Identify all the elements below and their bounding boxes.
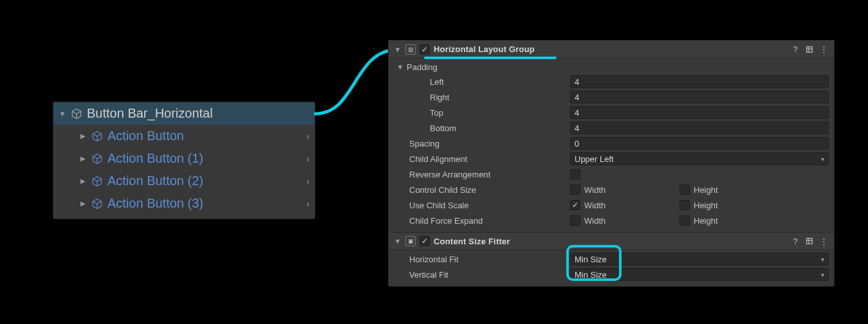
prop-label: Reverse Arrangement [394,170,565,179]
help-icon[interactable]: ? [790,236,800,246]
scale-height-checkbox[interactable] [679,200,690,210]
prop-label: Spacing [394,139,565,148]
prop-label: Use Child Scale [394,201,565,210]
padding-left-field[interactable]: 4 [570,75,829,88]
chevron-right-icon[interactable]: › [306,176,309,186]
prefab-icon [91,152,104,165]
control-width-checkbox[interactable] [570,184,580,195]
horizontal-fit-dropdown[interactable]: Min Size [570,253,829,266]
padding-top-field[interactable]: 4 [570,106,829,119]
component-enabled-checkbox[interactable] [420,44,430,55]
gameobject-icon [70,107,83,120]
prop-child-alignment: Child Alignment Upper Left [394,151,829,166]
inspector-panel: ▥ Horizontal Layout Group ? ⋮ Padding Le… [388,40,835,287]
reverse-arrangement-checkbox[interactable] [570,169,580,179]
prop-use-child-scale: Use Child Scale Width Height [394,197,829,213]
padding-label: Padding [407,62,438,72]
component-header-hlg[interactable]: ▥ Horizontal Layout Group ? ⋮ [389,40,834,59]
prop-reverse-arrangement: Reverse Arrangement [394,166,829,182]
foldout-icon[interactable] [394,237,402,245]
hierarchy-row-child[interactable]: Action Button (3) › [53,192,315,215]
checkbox-label: Width [584,185,605,195]
prop-label: Horizontal Fit [394,255,565,264]
prop-padding-top: Top 4 [394,105,829,120]
component-header-csf[interactable]: ▣ Content Size Fitter ? ⋮ [389,232,834,250]
prop-control-child-size: Control Child Size Width Height [394,182,829,197]
child-alignment-dropdown[interactable]: Upper Left [570,152,829,165]
foldout-icon[interactable] [396,63,404,71]
preset-icon[interactable] [804,236,815,246]
hierarchy-row-child[interactable]: Action Button › [53,125,315,147]
control-height-checkbox[interactable] [679,184,690,195]
component-title: Horizontal Layout Group [434,44,535,54]
prop-padding-bottom: Bottom 4 [394,120,829,136]
hierarchy-item-label: Action Button (2) [107,174,203,188]
padding-foldout[interactable]: Padding [396,60,829,74]
prop-padding-left: Left 4 [394,74,829,89]
prop-label: Top [394,108,565,118]
hierarchy-panel: Button Bar_Horizontal Action Button › Ac… [53,102,315,219]
hierarchy-item-label: Action Button [107,129,184,143]
prefab-icon [91,130,104,143]
checkbox-label: Height [694,216,718,226]
prop-label: Bottom [394,123,565,133]
prop-vertical-fit: Vertical Fit Min Size [394,267,829,282]
prop-label: Left [394,77,565,87]
annotation-underline [424,57,557,59]
use-child-scale-group: Width Height [570,200,829,210]
checkbox-label: Width [584,216,605,226]
preset-icon[interactable] [804,44,815,55]
chevron-right-icon[interactable]: › [306,199,309,209]
hierarchy-row-child[interactable]: Action Button (2) › [53,170,315,192]
force-height-checkbox[interactable] [679,215,690,226]
hierarchy-item-label: Button Bar_Horizontal [87,106,213,121]
component-title: Content Size Fitter [434,237,510,246]
kebab-icon[interactable]: ⋮ [818,236,829,246]
content-size-fitter-icon: ▣ [405,236,416,246]
prop-label: Right [394,93,565,102]
prop-label: Child Force Expand [394,216,565,226]
checkbox-label: Height [694,185,718,195]
component-body-csf: Horizontal Fit Min Size Vertical Fit Min… [389,250,834,286]
prop-child-force-expand: Child Force Expand Width Height [394,213,829,228]
chevron-right-icon[interactable]: › [306,154,309,164]
foldout-icon[interactable] [79,200,87,208]
prefab-icon [91,175,104,188]
prop-label: Child Alignment [394,154,565,164]
child-force-expand-group: Width Height [570,215,829,226]
prop-spacing: Spacing 0 [394,136,829,151]
kebab-icon[interactable]: ⋮ [818,44,829,55]
foldout-icon[interactable] [79,132,87,140]
prop-horizontal-fit: Horizontal Fit Min Size [394,251,829,267]
foldout-icon[interactable] [59,110,66,118]
foldout-icon[interactable] [394,46,402,53]
control-child-size-group: Width Height [570,184,829,195]
prop-padding-right: Right 4 [394,89,829,105]
hierarchy-row-parent[interactable]: Button Bar_Horizontal [53,102,315,125]
prop-label: Vertical Fit [394,270,565,280]
prefab-icon [91,197,104,210]
prop-label: Control Child Size [394,185,565,195]
checkbox-label: Width [584,201,605,210]
chevron-right-icon[interactable]: › [306,131,309,141]
padding-bottom-field[interactable]: 4 [570,122,829,134]
hierarchy-row-child[interactable]: Action Button (1) › [53,147,315,170]
foldout-icon[interactable] [79,155,87,163]
component-body-hlg: Padding Left 4 Right 4 Top 4 Bottom 4 Sp… [389,59,834,232]
padding-right-field[interactable]: 4 [570,91,829,104]
component-enabled-checkbox[interactable] [420,236,430,246]
hierarchy-item-label: Action Button (1) [107,151,203,166]
vertical-fit-dropdown[interactable]: Min Size [570,268,829,281]
foldout-icon[interactable] [79,177,87,185]
layout-group-icon: ▥ [405,44,416,55]
checkbox-label: Height [694,201,718,210]
scale-width-checkbox[interactable] [570,200,580,210]
force-width-checkbox[interactable] [570,215,580,226]
spacing-field[interactable]: 0 [570,137,829,150]
hierarchy-item-label: Action Button (3) [107,196,203,211]
help-icon[interactable]: ? [790,44,800,55]
